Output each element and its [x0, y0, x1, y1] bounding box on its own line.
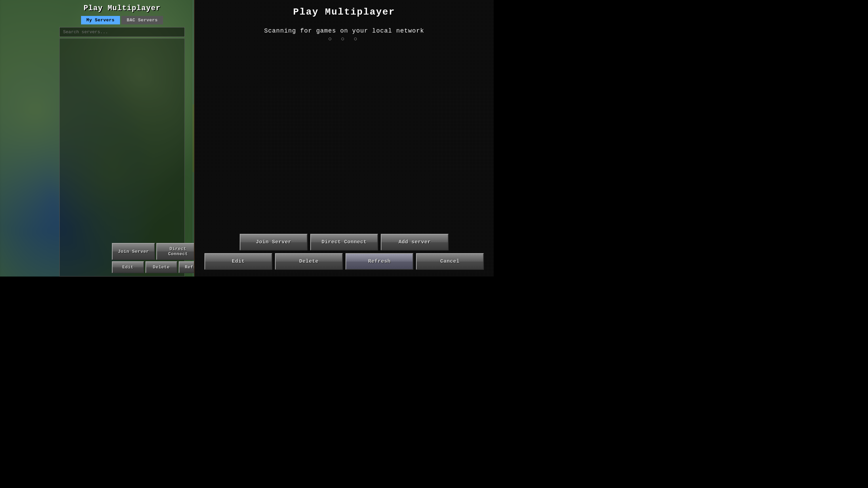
search-input[interactable]: [59, 27, 185, 37]
delete-left[interactable]: Delete: [145, 261, 178, 273]
join-server-right[interactable]: Join Server: [240, 234, 308, 250]
join-server-left[interactable]: Join Server: [112, 243, 155, 260]
edit-left[interactable]: Edit: [112, 261, 144, 273]
left-dialog: Play Multiplayer My Servers BAC Servers …: [56, 0, 188, 277]
tab-bac-servers[interactable]: BAC Servers: [121, 16, 163, 24]
btn-row-2-right: Edit Delete Refresh Cancel: [204, 253, 484, 270]
left-panel: Play Multiplayer My Servers BAC Servers …: [0, 0, 192, 277]
scanning-text: Scanning for games on your local network: [195, 27, 494, 34]
add-server-right[interactable]: Add server: [381, 234, 449, 250]
bottom-buttons-right: Join Server Direct Connect Add server Ed…: [195, 234, 494, 270]
delete-right[interactable]: Delete: [275, 253, 343, 270]
direct-connect-right[interactable]: Direct Connect: [310, 234, 378, 250]
edit-right[interactable]: Edit: [204, 253, 272, 270]
cancel-right[interactable]: Cancel: [416, 253, 484, 270]
btn-row-1-right: Join Server Direct Connect Add server: [240, 234, 449, 250]
right-title: Play Multiplayer: [195, 7, 494, 17]
tab-row: My Servers BAC Servers: [81, 16, 163, 24]
tab-my-servers[interactable]: My Servers: [81, 16, 120, 24]
direct-connect-left[interactable]: Direct Connect: [156, 243, 199, 260]
right-panel: Play Multiplayer Scanning for games on y…: [194, 0, 494, 277]
left-title: Play Multiplayer: [83, 4, 160, 13]
server-list: [59, 38, 185, 277]
scanning-dots: ○ ○ ○: [195, 36, 494, 42]
refresh-right[interactable]: Refresh: [346, 253, 413, 270]
